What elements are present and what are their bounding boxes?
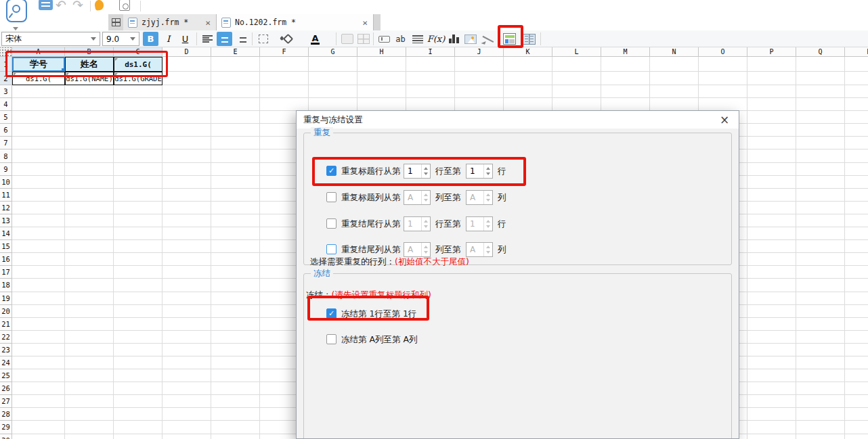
cell-D9[interactable] (162, 163, 211, 176)
column-header-L[interactable]: L (552, 47, 601, 57)
cell-B21[interactable] (65, 318, 114, 331)
font-color-dropdown[interactable] (324, 32, 332, 46)
cell-D7[interactable] (162, 137, 211, 149)
cell-B30[interactable] (65, 434, 114, 439)
cell-E11[interactable] (211, 189, 260, 202)
save-icon[interactable] (39, 0, 53, 11)
row-header-20[interactable]: 20 (0, 305, 12, 318)
row-header-2[interactable]: 2 (0, 72, 12, 85)
cell-A20[interactable] (12, 305, 65, 318)
dialog-close-icon[interactable]: × (717, 114, 732, 126)
cell-D17[interactable] (162, 266, 211, 279)
cell-A13[interactable] (12, 214, 65, 227)
cell-P25[interactable] (747, 369, 796, 382)
cell-P3[interactable] (747, 85, 796, 98)
tab-no1202-frm[interactable]: No.1202.frm * × (217, 14, 374, 30)
cell-B14[interactable] (65, 227, 114, 240)
cell-A9[interactable] (12, 163, 65, 176)
cell-P7[interactable] (747, 137, 796, 149)
cell-C17[interactable] (114, 266, 162, 279)
repeat-row-1-from-spinner[interactable]: A (404, 190, 431, 205)
cell-O2[interactable] (699, 72, 747, 85)
repeat-row-1-checkbox[interactable] (326, 192, 337, 202)
cell-B12[interactable] (65, 202, 114, 214)
cell-P6[interactable] (747, 124, 796, 137)
cell-A18[interactable] (12, 279, 65, 292)
cell-R25[interactable] (845, 369, 868, 382)
cell-G1[interactable] (309, 57, 357, 72)
repeat-row-2-checkbox[interactable] (326, 218, 337, 229)
cell-B28[interactable] (65, 408, 114, 421)
cell-P20[interactable] (747, 305, 796, 318)
cell-J3[interactable] (455, 85, 504, 98)
cell-C28[interactable] (114, 408, 162, 421)
tab-zjyj-frm[interactable]: zjyj.frm * × (123, 14, 217, 30)
cell-P5[interactable] (747, 111, 796, 124)
cell-R24[interactable] (845, 356, 868, 369)
cell-E26[interactable] (211, 382, 260, 395)
cell-Q2[interactable] (796, 72, 845, 85)
row-header-18[interactable]: 18 (0, 279, 12, 292)
cell-R1[interactable] (845, 57, 868, 72)
cell-D29[interactable] (162, 421, 211, 434)
cell-B29[interactable] (65, 421, 114, 434)
spinner-up-icon[interactable] (424, 246, 428, 248)
cell-E6[interactable] (211, 124, 260, 137)
row-header-28[interactable]: 28 (0, 408, 12, 421)
cell-O4[interactable] (699, 98, 747, 111)
cell-A4[interactable] (12, 98, 65, 111)
cell-C26[interactable] (114, 382, 162, 395)
cell-P19[interactable] (747, 292, 796, 305)
cell-B4[interactable] (65, 98, 114, 111)
cell-C15[interactable] (114, 240, 162, 253)
cell-M1[interactable] (601, 57, 650, 72)
cell-I4[interactable] (406, 98, 455, 111)
spinner-down-icon[interactable] (486, 251, 490, 254)
cell-F3[interactable] (260, 85, 309, 98)
row-header-8[interactable]: 8 (0, 149, 12, 162)
repeat-freeze-settings-button[interactable] (502, 32, 517, 46)
cell-D18[interactable] (162, 279, 211, 292)
spinner-up-icon[interactable] (486, 193, 490, 196)
cell-A25[interactable] (12, 369, 65, 382)
cell-B8[interactable] (65, 149, 114, 162)
cell-R23[interactable] (845, 344, 868, 356)
cell-C13[interactable] (114, 214, 162, 227)
cell-Q30[interactable] (796, 434, 845, 439)
cell-J4[interactable] (455, 98, 504, 111)
cell-E5[interactable] (211, 111, 260, 124)
italic-button[interactable]: I (160, 32, 176, 46)
cell-R20[interactable] (845, 305, 868, 318)
cell-B13[interactable] (65, 214, 114, 227)
cell-K1[interactable] (504, 57, 552, 72)
cell-E25[interactable] (211, 369, 260, 382)
cell-C27[interactable] (114, 395, 162, 408)
formula-button[interactable]: F(x) (427, 32, 446, 46)
cell-C8[interactable] (114, 149, 162, 162)
cell-D25[interactable] (162, 369, 211, 382)
cell-D13[interactable] (162, 214, 211, 227)
repeat-row-3-checkbox[interactable] (326, 244, 337, 254)
cell-A26[interactable] (12, 382, 65, 395)
cell-C11[interactable] (114, 189, 162, 202)
fill-color-dropdown[interactable] (297, 32, 305, 46)
cell-D8[interactable] (162, 149, 211, 162)
row-header-11[interactable]: 11 (0, 189, 12, 202)
cell-E29[interactable] (211, 421, 260, 434)
cell-D19[interactable] (162, 292, 211, 305)
spinner-up-icon[interactable] (424, 220, 428, 223)
cell-C6[interactable] (114, 124, 162, 137)
cell-C20[interactable] (114, 305, 162, 318)
cell-Q9[interactable] (796, 163, 845, 176)
font-name-select[interactable]: 宋体 (1, 32, 100, 46)
cell-C23[interactable] (114, 344, 162, 356)
spinner-down-icon[interactable] (424, 251, 428, 254)
cell-D14[interactable] (162, 227, 211, 240)
cell-O3[interactable] (699, 85, 747, 98)
label-widget-button[interactable]: ab (393, 32, 408, 46)
cell-D16[interactable] (162, 253, 211, 266)
cell-E21[interactable] (211, 318, 260, 331)
tab-close-icon[interactable]: × (362, 18, 368, 27)
cell-A2[interactable]: ds1.G( (12, 72, 65, 85)
row-header-19[interactable]: 19 (0, 292, 12, 305)
